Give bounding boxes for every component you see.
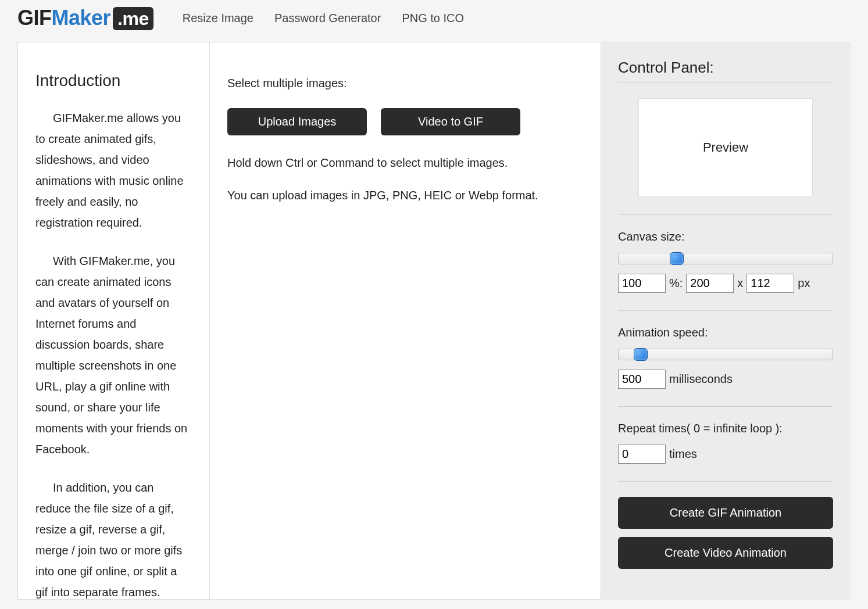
sidebar-heading: Introduction xyxy=(35,71,192,90)
create-video-button[interactable]: Create Video Animation xyxy=(618,537,833,569)
logo-part-gif: GIF xyxy=(17,6,52,30)
preview-section: Preview xyxy=(618,83,833,214)
repeat-input[interactable] xyxy=(618,445,666,464)
page-body: Introduction GIFMaker.me allows you to c… xyxy=(17,42,851,600)
repeat-section: Repeat times( 0 = infinite loop ): times xyxy=(618,406,833,481)
logo-part-maker: Maker xyxy=(52,6,111,30)
sidebar: Introduction GIFMaker.me allows you to c… xyxy=(17,42,209,600)
canvas-percent-input[interactable] xyxy=(618,274,666,293)
upload-images-button[interactable]: Upload Images xyxy=(227,108,367,135)
repeat-unit: times xyxy=(669,447,697,461)
canvas-width-input[interactable] xyxy=(686,274,734,293)
create-gif-button[interactable]: Create GIF Animation xyxy=(618,497,833,529)
animation-speed-label: Animation speed: xyxy=(618,326,833,339)
repeat-fields: times xyxy=(618,445,833,464)
nav-resize-image[interactable]: Resize Image xyxy=(183,12,253,25)
canvas-size-slider[interactable] xyxy=(618,253,833,264)
upload-button-row: Upload Images Video to GIF xyxy=(227,108,583,135)
create-buttons-section: Create GIF Animation Create Video Animat… xyxy=(618,481,833,586)
intro-paragraph-2: With GIFMaker.me, you can create animate… xyxy=(35,250,192,460)
help-text-1: Hold down Ctrl or Command to select mult… xyxy=(227,154,583,171)
canvas-x-label: x xyxy=(737,277,743,290)
animation-speed-input[interactable] xyxy=(618,370,666,389)
canvas-size-slider-thumb[interactable] xyxy=(670,252,684,265)
select-images-label: Select multiple images: xyxy=(227,74,583,92)
canvas-size-fields: %: x px xyxy=(618,274,833,293)
canvas-height-input[interactable] xyxy=(746,274,794,293)
animation-speed-section: Animation speed: milliseconds xyxy=(618,310,833,406)
nav-password-generator[interactable]: Password Generator xyxy=(274,12,381,25)
animation-speed-unit: milliseconds xyxy=(669,372,733,386)
header: GIFMaker.me Resize Image Password Genera… xyxy=(0,0,868,42)
canvas-size-section: Canvas size: %: x px xyxy=(618,214,833,310)
animation-speed-fields: milliseconds xyxy=(618,370,833,389)
canvas-size-label: Canvas size: xyxy=(618,230,833,243)
preview-label: Preview xyxy=(703,140,748,155)
video-to-gif-button[interactable]: Video to GIF xyxy=(381,108,520,135)
logo[interactable]: GIFMaker.me xyxy=(17,6,153,30)
repeat-label: Repeat times( 0 = infinite loop ): xyxy=(618,422,833,435)
canvas-px-label: px xyxy=(798,277,810,290)
control-panel-heading: Control Panel: xyxy=(618,59,833,77)
animation-speed-slider[interactable] xyxy=(618,349,833,360)
top-nav: Resize Image Password Generator PNG to I… xyxy=(183,12,464,25)
logo-part-dotme: .me xyxy=(113,7,153,30)
animation-speed-slider-thumb[interactable] xyxy=(634,348,648,361)
preview-box: Preview xyxy=(638,98,813,197)
main-area: Select multiple images: Upload Images Vi… xyxy=(209,42,601,600)
intro-paragraph-3: In addition, you can reduce the file siz… xyxy=(35,477,192,603)
control-panel: Control Panel: Preview Canvas size: %: x… xyxy=(601,42,851,600)
help-text-2: You can upload images in JPG, PNG, HEIC … xyxy=(227,187,583,204)
nav-png-to-ico[interactable]: PNG to ICO xyxy=(402,12,464,25)
canvas-percent-unit: %: xyxy=(669,277,683,290)
intro-paragraph-1: GIFMaker.me allows you to create animate… xyxy=(35,108,192,233)
